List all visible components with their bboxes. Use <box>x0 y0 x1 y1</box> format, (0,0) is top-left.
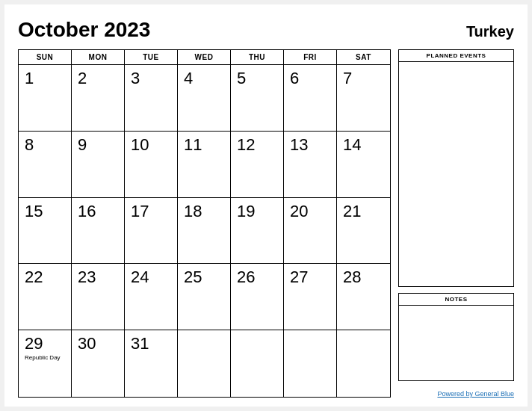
calendar-cell-13: 13 <box>284 132 337 198</box>
calendar-cell-4: 4 <box>178 65 231 132</box>
calendar-cell-10: 10 <box>125 132 178 198</box>
day-number: 10 <box>131 136 171 154</box>
day-number: 15 <box>25 203 65 220</box>
day-number: 28 <box>343 268 384 286</box>
header-fri: FRI <box>284 50 337 64</box>
calendar-cell-empty-2 <box>231 330 284 397</box>
calendar-cell-6: 6 <box>284 65 337 132</box>
day-number: 22 <box>25 268 65 286</box>
day-number: 23 <box>78 268 118 286</box>
calendar-cell-23: 23 <box>72 264 125 330</box>
country-title: Turkey <box>466 23 514 40</box>
calendar-cell-19: 19 <box>231 198 284 265</box>
calendar-cell-30: 30 <box>72 330 125 397</box>
day-number: 9 <box>78 136 118 154</box>
calendar-cell-empty-3 <box>284 330 337 397</box>
day-number: 19 <box>237 203 277 220</box>
calendar-cell-7: 7 <box>337 65 390 132</box>
header-tue: TUE <box>125 50 178 64</box>
day-number: 6 <box>290 69 330 87</box>
calendar-grid: 1 2 3 4 5 6 7 8 9 10 11 12 13 14 15 16 1… <box>19 65 390 397</box>
header-wed: WED <box>178 50 231 64</box>
day-number: 16 <box>78 203 118 220</box>
day-number: 26 <box>237 268 277 286</box>
day-number: 2 <box>78 69 118 87</box>
day-number: 17 <box>131 203 171 220</box>
day-number: 30 <box>78 335 118 353</box>
day-number: 8 <box>25 136 65 154</box>
calendar-cell-21: 21 <box>337 198 390 265</box>
header-thu: THU <box>231 50 284 64</box>
day-number: 31 <box>131 335 171 353</box>
notes-content <box>399 306 513 380</box>
powered-by: Powered by General Blue <box>398 390 514 398</box>
day-number: 21 <box>343 203 384 220</box>
day-number: 4 <box>184 69 224 87</box>
powered-by-link[interactable]: Powered by General Blue <box>437 390 514 398</box>
day-headers: SUN MON TUE WED THU FRI SAT <box>19 50 390 65</box>
day-number: 5 <box>237 69 277 87</box>
day-number: 3 <box>131 69 171 87</box>
notes-title: NOTES <box>399 294 513 306</box>
day-number: 12 <box>237 136 277 154</box>
calendar-cell-11: 11 <box>178 132 231 198</box>
calendar-cell-empty-4 <box>337 330 390 397</box>
month-title: October 2023 <box>18 18 150 42</box>
calendar-cell-8: 8 <box>19 132 72 198</box>
calendar-cell-14: 14 <box>337 132 390 198</box>
calendar-cell-29: 29 Republic Day <box>19 330 72 397</box>
calendar-cell-18: 18 <box>178 198 231 265</box>
header-sat: SAT <box>337 50 390 64</box>
day-number: 27 <box>290 268 330 286</box>
planned-events-title: PLANNED EVENTS <box>399 50 513 62</box>
calendar-cell-15: 15 <box>19 198 72 265</box>
page: October 2023 Turkey SUN MON TUE WED THU … <box>4 4 528 407</box>
header-mon: MON <box>72 50 125 64</box>
notes-box: NOTES <box>398 293 514 381</box>
calendar-cell-31: 31 <box>125 330 178 397</box>
main-content: SUN MON TUE WED THU FRI SAT 1 2 3 4 5 6 … <box>18 49 514 398</box>
calendar-cell-25: 25 <box>178 264 231 330</box>
calendar-cell-22: 22 <box>19 264 72 330</box>
day-number: 11 <box>184 136 224 154</box>
calendar-cell-1: 1 <box>19 65 72 132</box>
calendar-cell-12: 12 <box>231 132 284 198</box>
calendar-cell-2: 2 <box>72 65 125 132</box>
day-number: 24 <box>131 268 171 286</box>
calendar-cell-20: 20 <box>284 198 337 265</box>
header-sun: SUN <box>19 50 72 64</box>
calendar-cell-5: 5 <box>231 65 284 132</box>
day-number: 18 <box>184 203 224 220</box>
calendar-cell-empty-1 <box>178 330 231 397</box>
sidebar: PLANNED EVENTS NOTES Powered by General … <box>398 49 514 398</box>
day-number: 13 <box>290 136 330 154</box>
calendar-section: SUN MON TUE WED THU FRI SAT 1 2 3 4 5 6 … <box>18 49 391 398</box>
day-number: 20 <box>290 203 330 220</box>
calendar-cell-17: 17 <box>125 198 178 265</box>
day-number: 29 <box>25 335 65 353</box>
republic-day-label: Republic Day <box>25 354 65 362</box>
calendar-cell-27: 27 <box>284 264 337 330</box>
day-number: 1 <box>25 69 65 87</box>
day-number: 25 <box>184 268 224 286</box>
day-number: 7 <box>343 69 384 87</box>
day-number: 14 <box>343 136 384 154</box>
planned-events-box: PLANNED EVENTS <box>398 49 514 287</box>
calendar-cell-16: 16 <box>72 198 125 265</box>
calendar-cell-3: 3 <box>125 65 178 132</box>
calendar-cell-9: 9 <box>72 132 125 198</box>
calendar-cell-24: 24 <box>125 264 178 330</box>
calendar-cell-26: 26 <box>231 264 284 330</box>
calendar-cell-28: 28 <box>337 264 390 330</box>
calendar-header: October 2023 Turkey <box>18 18 514 42</box>
planned-events-content <box>399 62 513 286</box>
